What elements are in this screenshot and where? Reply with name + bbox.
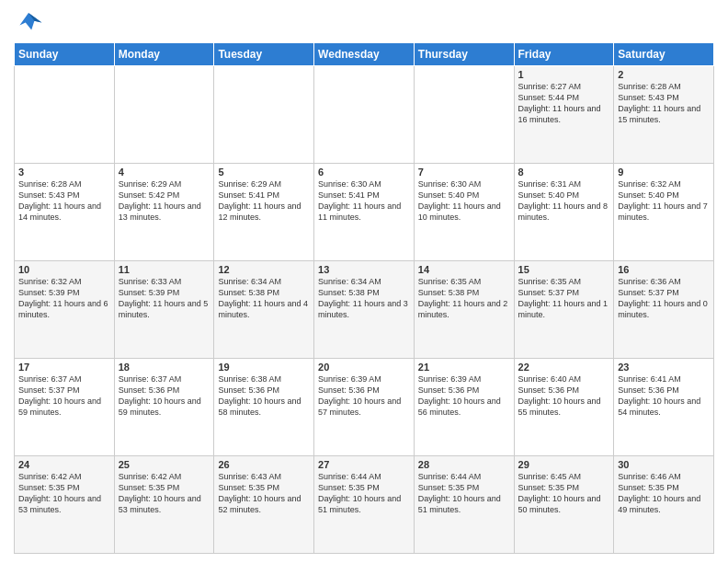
day-info: Sunrise: 6:35 AMSunset: 5:37 PMDaylight:… — [518, 276, 610, 321]
day-cell: 26Sunrise: 6:43 AMSunset: 5:35 PMDayligh… — [214, 456, 314, 554]
day-cell: 19Sunrise: 6:38 AMSunset: 5:36 PMDayligh… — [214, 359, 314, 456]
day-cell: 20Sunrise: 6:39 AMSunset: 5:36 PMDayligh… — [314, 359, 415, 456]
day-number: 13 — [318, 264, 410, 275]
day-number: 1 — [518, 69, 610, 80]
week-row-1: 1Sunrise: 6:27 AMSunset: 5:44 PMDaylight… — [15, 66, 714, 164]
weekday-saturday: Saturday — [614, 43, 714, 66]
day-number: 28 — [418, 459, 510, 470]
day-number: 22 — [518, 362, 610, 373]
day-cell: 28Sunrise: 6:44 AMSunset: 5:35 PMDayligh… — [414, 456, 514, 554]
day-info: Sunrise: 6:32 AMSunset: 5:40 PMDaylight:… — [618, 178, 710, 224]
day-number: 10 — [18, 264, 110, 275]
day-cell: 15Sunrise: 6:35 AMSunset: 5:37 PMDayligh… — [514, 261, 614, 359]
day-cell: 6Sunrise: 6:30 AMSunset: 5:41 PMDaylight… — [314, 164, 415, 261]
week-row-3: 10Sunrise: 6:32 AMSunset: 5:39 PMDayligh… — [15, 261, 714, 359]
day-number: 3 — [18, 167, 110, 178]
day-cell: 7Sunrise: 6:30 AMSunset: 5:40 PMDaylight… — [414, 164, 514, 261]
day-cell: 4Sunrise: 6:29 AMSunset: 5:42 PMDaylight… — [114, 164, 214, 261]
day-number: 30 — [618, 459, 710, 470]
day-info: Sunrise: 6:29 AMSunset: 5:42 PMDaylight:… — [119, 178, 210, 224]
day-info: Sunrise: 6:28 AMSunset: 5:43 PMDaylight:… — [18, 178, 110, 224]
day-number: 17 — [18, 362, 110, 373]
day-number: 2 — [618, 69, 710, 80]
day-number: 26 — [218, 459, 310, 470]
weekday-tuesday: Tuesday — [214, 43, 314, 66]
day-cell: 16Sunrise: 6:36 AMSunset: 5:37 PMDayligh… — [614, 261, 714, 359]
day-cell: 12Sunrise: 6:34 AMSunset: 5:38 PMDayligh… — [214, 261, 314, 359]
day-number: 20 — [318, 362, 410, 373]
day-cell — [214, 66, 314, 164]
day-cell: 30Sunrise: 6:46 AMSunset: 5:35 PMDayligh… — [614, 456, 714, 554]
weekday-header-row: SundayMondayTuesdayWednesdayThursdayFrid… — [15, 43, 714, 66]
day-cell: 5Sunrise: 6:29 AMSunset: 5:41 PMDaylight… — [214, 164, 314, 261]
header — [14, 9, 714, 35]
day-info: Sunrise: 6:31 AMSunset: 5:40 PMDaylight:… — [518, 178, 610, 224]
weekday-friday: Friday — [514, 43, 614, 66]
weekday-wednesday: Wednesday — [314, 43, 415, 66]
calendar-table: SundayMondayTuesdayWednesdayThursdayFrid… — [14, 42, 714, 554]
day-info: Sunrise: 6:28 AMSunset: 5:43 PMDaylight:… — [618, 81, 710, 126]
day-number: 25 — [119, 459, 210, 470]
day-info: Sunrise: 6:44 AMSunset: 5:35 PMDaylight:… — [418, 471, 510, 516]
day-number: 6 — [318, 167, 410, 178]
day-cell — [314, 66, 415, 164]
day-number: 9 — [618, 167, 710, 178]
day-info: Sunrise: 6:37 AMSunset: 5:36 PMDaylight:… — [119, 373, 210, 419]
day-cell: 22Sunrise: 6:40 AMSunset: 5:36 PMDayligh… — [514, 359, 614, 456]
day-cell: 24Sunrise: 6:42 AMSunset: 5:35 PMDayligh… — [15, 456, 115, 554]
day-info: Sunrise: 6:34 AMSunset: 5:38 PMDaylight:… — [318, 276, 410, 321]
day-info: Sunrise: 6:45 AMSunset: 5:35 PMDaylight:… — [518, 471, 610, 516]
logo — [14, 9, 47, 35]
weekday-thursday: Thursday — [414, 43, 514, 66]
day-cell: 17Sunrise: 6:37 AMSunset: 5:37 PMDayligh… — [15, 359, 115, 456]
day-cell — [414, 66, 514, 164]
day-info: Sunrise: 6:35 AMSunset: 5:38 PMDaylight:… — [418, 276, 510, 321]
week-row-5: 24Sunrise: 6:42 AMSunset: 5:35 PMDayligh… — [15, 456, 714, 554]
day-number: 15 — [518, 264, 610, 275]
day-info: Sunrise: 6:46 AMSunset: 5:35 PMDaylight:… — [618, 471, 710, 516]
day-cell: 2Sunrise: 6:28 AMSunset: 5:43 PMDaylight… — [614, 66, 714, 164]
day-info: Sunrise: 6:41 AMSunset: 5:36 PMDaylight:… — [618, 373, 710, 419]
week-row-2: 3Sunrise: 6:28 AMSunset: 5:43 PMDaylight… — [15, 164, 714, 261]
day-cell: 10Sunrise: 6:32 AMSunset: 5:39 PMDayligh… — [15, 261, 115, 359]
page-container: SundayMondayTuesdayWednesdayThursdayFrid… — [0, 0, 728, 563]
day-number: 27 — [318, 459, 410, 470]
day-info: Sunrise: 6:30 AMSunset: 5:41 PMDaylight:… — [318, 178, 410, 224]
day-info: Sunrise: 6:38 AMSunset: 5:36 PMDaylight:… — [218, 373, 310, 419]
day-info: Sunrise: 6:42 AMSunset: 5:35 PMDaylight:… — [18, 471, 110, 516]
day-cell: 14Sunrise: 6:35 AMSunset: 5:38 PMDayligh… — [414, 261, 514, 359]
week-row-4: 17Sunrise: 6:37 AMSunset: 5:37 PMDayligh… — [15, 359, 714, 456]
day-info: Sunrise: 6:27 AMSunset: 5:44 PMDaylight:… — [518, 81, 610, 126]
day-number: 18 — [119, 362, 210, 373]
day-info: Sunrise: 6:43 AMSunset: 5:35 PMDaylight:… — [218, 471, 310, 516]
day-cell: 11Sunrise: 6:33 AMSunset: 5:39 PMDayligh… — [114, 261, 214, 359]
day-number: 16 — [618, 264, 710, 275]
day-number: 7 — [418, 167, 510, 178]
day-cell: 8Sunrise: 6:31 AMSunset: 5:40 PMDaylight… — [514, 164, 614, 261]
day-info: Sunrise: 6:29 AMSunset: 5:41 PMDaylight:… — [218, 178, 310, 224]
day-number: 5 — [218, 167, 310, 178]
day-number: 4 — [119, 167, 210, 178]
day-info: Sunrise: 6:30 AMSunset: 5:40 PMDaylight:… — [418, 178, 510, 224]
day-info: Sunrise: 6:44 AMSunset: 5:35 PMDaylight:… — [318, 471, 410, 516]
day-cell: 23Sunrise: 6:41 AMSunset: 5:36 PMDayligh… — [614, 359, 714, 456]
day-number: 14 — [418, 264, 510, 275]
day-cell — [15, 66, 115, 164]
day-info: Sunrise: 6:39 AMSunset: 5:36 PMDaylight:… — [318, 373, 410, 419]
day-number: 19 — [218, 362, 310, 373]
day-number: 21 — [418, 362, 510, 373]
day-cell: 27Sunrise: 6:44 AMSunset: 5:35 PMDayligh… — [314, 456, 415, 554]
day-cell: 13Sunrise: 6:34 AMSunset: 5:38 PMDayligh… — [314, 261, 415, 359]
day-info: Sunrise: 6:34 AMSunset: 5:38 PMDaylight:… — [218, 276, 310, 321]
day-cell: 18Sunrise: 6:37 AMSunset: 5:36 PMDayligh… — [114, 359, 214, 456]
day-cell: 1Sunrise: 6:27 AMSunset: 5:44 PMDaylight… — [514, 66, 614, 164]
day-number: 12 — [218, 264, 310, 275]
day-number: 23 — [618, 362, 710, 373]
day-info: Sunrise: 6:33 AMSunset: 5:39 PMDaylight:… — [119, 276, 210, 321]
day-cell — [114, 66, 214, 164]
day-cell: 29Sunrise: 6:45 AMSunset: 5:35 PMDayligh… — [514, 456, 614, 554]
weekday-monday: Monday — [114, 43, 214, 66]
day-number: 11 — [119, 264, 210, 275]
day-info: Sunrise: 6:42 AMSunset: 5:35 PMDaylight:… — [119, 471, 210, 516]
day-info: Sunrise: 6:36 AMSunset: 5:37 PMDaylight:… — [618, 276, 710, 321]
